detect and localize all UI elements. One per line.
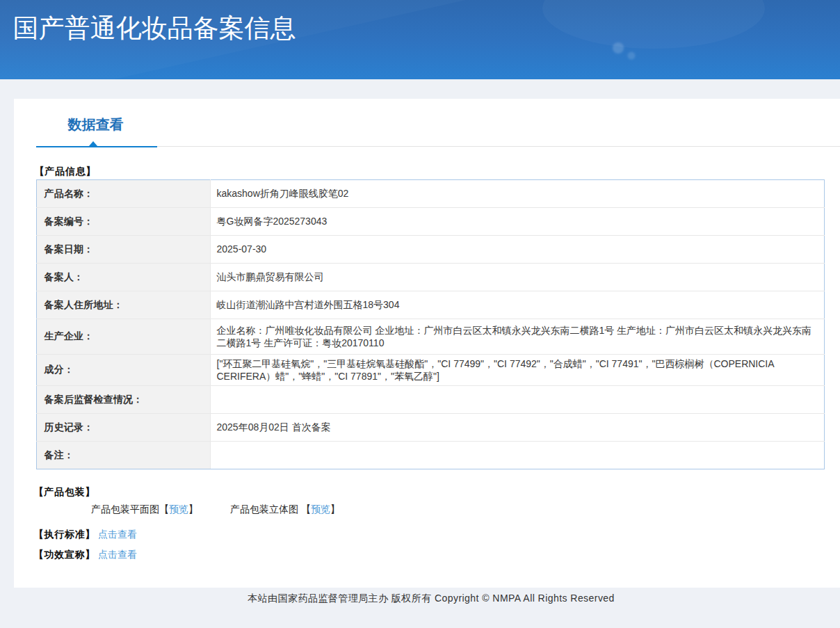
packaging-3d-item: 产品包装立体图 【预览】 xyxy=(230,504,340,516)
packaging-flat-label: 产品包装平面图 xyxy=(91,504,159,515)
product-info-table: 产品名称： kakashow折角刀峰眼线胶笔02 备案编号： 粤G妆网备字202… xyxy=(36,179,825,469)
table-row: 备案编号： 粤G妆网备字2025273043 xyxy=(37,207,825,235)
bracket-close: 】 xyxy=(188,504,198,515)
section-heading-packaging: 【产品包装】 xyxy=(34,486,96,497)
bracket-open: 【 xyxy=(159,504,169,515)
row-value: 2025年08月02日 首次备案 xyxy=(210,413,825,441)
table-row: 产品名称： kakashow折角刀峰眼线胶笔02 xyxy=(37,179,825,207)
page-title: 国产普通化妆品备案信息 xyxy=(13,15,296,42)
table-row: 成分： ["环五聚二甲基硅氧烷"，"三甲基硅烷氧基硅酸酯"，"CI 77499"… xyxy=(37,354,825,385)
tab-active-underline xyxy=(36,146,157,148)
packaging-flat-preview-link[interactable]: 预览 xyxy=(169,504,188,515)
page-header: 国产普通化妆品备案信息 xyxy=(0,0,840,79)
table-row: 生产企业： 企业名称：广州唯妆化妆品有限公司 企业地址：广州市白云区太和镇永兴龙… xyxy=(37,319,825,354)
section-heading-efficacy: 【功效宣称】 xyxy=(34,549,96,560)
row-label: 备案人： xyxy=(37,263,211,291)
packaging-3d-label: 产品包装立体图 xyxy=(230,504,301,515)
tab-data-view[interactable]: 数据查看 xyxy=(35,114,156,135)
row-label: 成分： xyxy=(37,354,211,385)
standard-view-link[interactable]: 点击查看 xyxy=(98,528,137,540)
row-label: 备案人住所地址： xyxy=(37,291,211,319)
row-value: 企业名称：广州唯妆化妆品有限公司 企业地址：广州市白云区太和镇永兴龙兴东南二横路… xyxy=(210,319,825,354)
table-row: 备注： xyxy=(37,441,825,469)
row-value xyxy=(210,385,825,413)
content-card: 数据查看 【产品信息】 产品名称： kakashow折角刀峰眼线胶笔02 备案编… xyxy=(14,99,840,588)
row-label: 备案后监督检查情况： xyxy=(37,385,211,413)
bracket-close: 】 xyxy=(330,504,340,515)
row-value: 粤G妆网备字2025273043 xyxy=(210,207,825,235)
row-value xyxy=(210,441,825,469)
tab-data-view-label: 数据查看 xyxy=(68,117,124,132)
row-label: 备案日期： xyxy=(37,235,211,263)
packaging-flat-item: 产品包装平面图【预览】 xyxy=(91,504,198,516)
tab-separator-line xyxy=(157,146,840,147)
row-label: 历史记录： xyxy=(37,413,211,441)
row-label: 生产企业： xyxy=(37,319,211,354)
packaging-previews: 产品包装平面图【预览】 产品包装立体图 【预览】 xyxy=(14,504,840,516)
table-row: 备案人住所地址： 岐山街道潮汕路中宫村道外围五格18号304 xyxy=(37,291,825,319)
row-value: 2025-07-30 xyxy=(210,235,825,263)
row-label: 备注： xyxy=(37,441,211,469)
footer-text: 本站由国家药品监督管理局主办 版权所有 Copyright © NMPA All… xyxy=(22,593,840,604)
row-value: ["环五聚二甲基硅氧烷"，"三甲基硅烷氧基硅酸酯"，"CI 77499"，"CI… xyxy=(210,354,825,385)
packaging-3d-preview-link[interactable]: 预览 xyxy=(311,504,330,515)
table-row: 备案日期： 2025-07-30 xyxy=(37,235,825,263)
tab-active-caret-icon xyxy=(89,141,97,146)
table-row: 备案后监督检查情况： xyxy=(37,385,825,413)
row-label: 备案编号： xyxy=(37,207,211,235)
page-footer: 本站由国家药品监督管理局主办 版权所有 Copyright © NMPA All… xyxy=(0,588,840,628)
table-row: 历史记录： 2025年08月02日 首次备案 xyxy=(37,413,825,441)
efficacy-view-link[interactable]: 点击查看 xyxy=(98,548,137,561)
bracket-open: 【 xyxy=(301,504,311,515)
row-value: kakashow折角刀峰眼线胶笔02 xyxy=(210,179,825,207)
row-label: 产品名称： xyxy=(37,179,211,207)
section-heading-standard: 【执行标准】 xyxy=(34,529,96,540)
row-value: 岐山街道潮汕路中宫村道外围五格18号304 xyxy=(210,291,825,319)
row-value: 汕头市鹏鼎贸易有限公司 xyxy=(210,263,825,291)
table-row: 备案人： 汕头市鹏鼎贸易有限公司 xyxy=(37,263,825,291)
section-heading-product-info: 【产品信息】 xyxy=(35,166,97,177)
